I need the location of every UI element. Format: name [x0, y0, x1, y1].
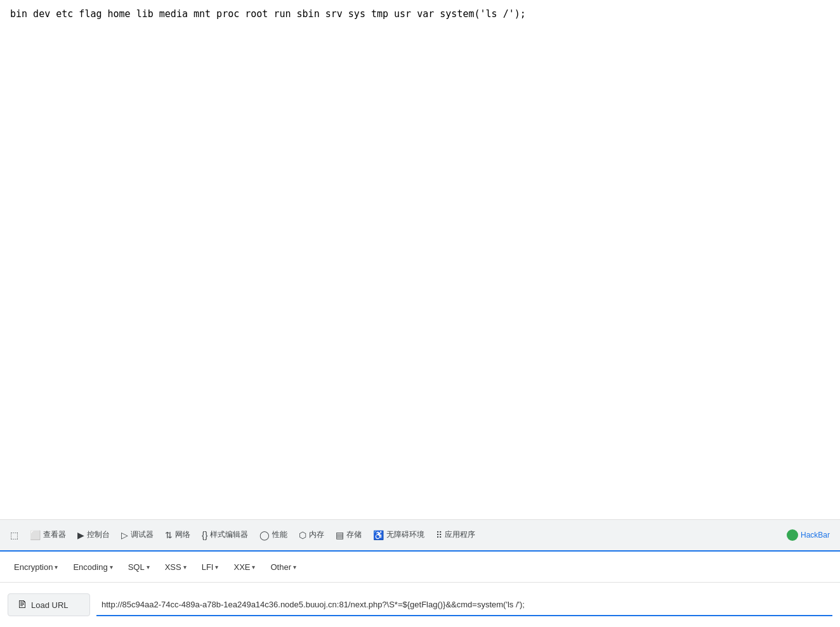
inspector-icon: ⬜ — [30, 530, 41, 540]
other-menu[interactable]: Other ▾ — [264, 559, 303, 576]
debugger-icon: ▷ — [121, 530, 128, 540]
style-label: 样式编辑器 — [210, 529, 248, 540]
other-label: Other — [270, 562, 291, 572]
devtools-inspector-button[interactable]: ⬜ 查看器 — [25, 526, 71, 544]
console-icon: ▶ — [77, 530, 84, 540]
devtools-debugger-button[interactable]: ▷ 调试器 — [116, 526, 159, 544]
accessibility-icon: ♿ — [373, 530, 384, 540]
devtools-network-button[interactable]: ⇅ 网络 — [160, 526, 195, 544]
bottom-area: ⬚ ⬜ 查看器 ▶ 控制台 ▷ 调试器 ⇅ 网络 {} 样式编辑器 ◯ 性能 ⬡ — [0, 519, 840, 627]
hackbar-menu-row: Encryption ▾ Encoding ▾ SQL ▾ XSS ▾ LFI … — [0, 552, 840, 583]
encryption-menu[interactable]: Encryption ▾ — [8, 559, 64, 576]
performance-label: 性能 — [272, 529, 287, 540]
xss-label: XSS — [165, 562, 181, 572]
load-url-label: Load URL — [31, 600, 69, 610]
sql-menu[interactable]: SQL ▾ — [122, 559, 156, 576]
devtools-bar: ⬚ ⬜ 查看器 ▶ 控制台 ▷ 调试器 ⇅ 网络 {} 样式编辑器 ◯ 性能 ⬡ — [0, 520, 840, 552]
memory-icon: ⬡ — [299, 530, 306, 540]
encoding-menu[interactable]: Encoding ▾ — [67, 559, 119, 576]
sql-label: SQL — [128, 562, 145, 572]
network-label: 网络 — [175, 529, 190, 540]
devtools-style-button[interactable]: {} 样式编辑器 — [197, 526, 253, 544]
devtools-console-button[interactable]: ▶ 控制台 — [72, 526, 115, 544]
url-row: 🖹 Load URL — [0, 583, 840, 627]
lfi-menu[interactable]: LFI ▾ — [195, 559, 225, 576]
devtools-accessibility-button[interactable]: ♿ 无障碍环境 — [368, 526, 430, 544]
debugger-label: 调试器 — [131, 529, 154, 540]
accessibility-label: 无障碍环境 — [386, 529, 424, 540]
devtools-application-button[interactable]: ⠿ 应用程序 — [431, 526, 480, 544]
other-chevron-icon: ▾ — [293, 564, 296, 571]
storage-icon: ▤ — [336, 530, 344, 540]
application-label: 应用程序 — [445, 529, 475, 540]
style-icon: {} — [202, 530, 207, 540]
encoding-chevron-icon: ▾ — [110, 564, 113, 571]
performance-icon: ◯ — [259, 530, 270, 540]
lfi-label: LFI — [202, 562, 214, 572]
xss-menu[interactable]: XSS ▾ — [159, 559, 193, 576]
application-icon: ⠿ — [436, 530, 442, 540]
load-url-button[interactable]: 🖹 Load URL — [8, 593, 90, 616]
xxe-menu[interactable]: XXE ▾ — [227, 559, 261, 576]
encryption-label: Encryption — [14, 562, 53, 572]
storage-label: 存储 — [346, 529, 362, 540]
pick-icon: ⬚ — [10, 530, 18, 540]
memory-label: 内存 — [309, 529, 324, 540]
devtools-pick-button[interactable]: ⬚ — [5, 526, 23, 544]
lfi-chevron-icon: ▾ — [215, 564, 218, 571]
encoding-label: Encoding — [73, 562, 107, 572]
devtools-storage-button[interactable]: ▤ 存储 — [331, 526, 367, 544]
console-label: 控制台 — [87, 529, 110, 540]
hackbar-button[interactable]: HackBar — [782, 526, 835, 545]
devtools-performance-button[interactable]: ◯ 性能 — [254, 526, 292, 544]
xxe-label: XXE — [233, 562, 250, 572]
devtools-memory-button[interactable]: ⬡ 内存 — [294, 526, 329, 544]
xss-chevron-icon: ▾ — [183, 564, 187, 571]
hackbar-label: HackBar — [801, 531, 830, 540]
url-input[interactable] — [96, 593, 832, 616]
sql-chevron-icon: ▾ — [147, 564, 150, 571]
inspector-label: 查看器 — [43, 529, 66, 540]
hackbar-icon — [787, 529, 798, 541]
page-output-text: bin dev etc flag home lib media mnt proc… — [10, 8, 830, 21]
main-content: bin dev etc flag home lib media mnt proc… — [0, 0, 840, 519]
encryption-chevron-icon: ▾ — [55, 564, 58, 571]
network-icon: ⇅ — [165, 530, 173, 540]
load-url-icon: 🖹 — [17, 599, 27, 611]
xxe-chevron-icon: ▾ — [252, 564, 255, 571]
